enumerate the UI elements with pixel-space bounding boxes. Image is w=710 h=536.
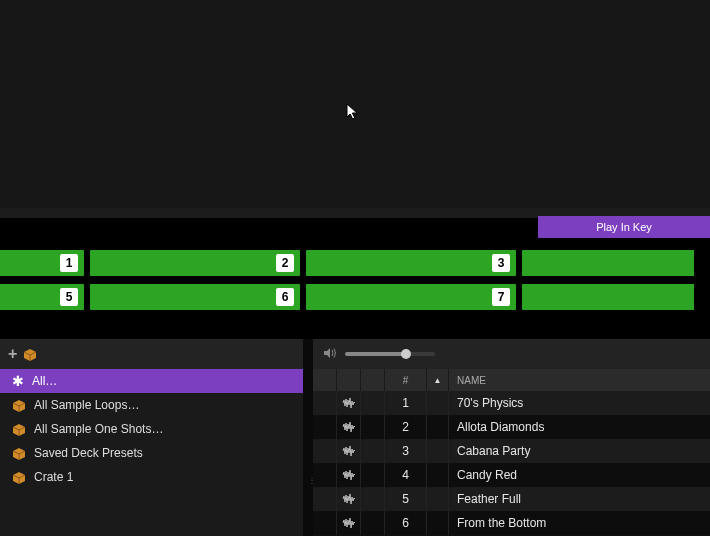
library-item-label: All… xyxy=(32,374,57,388)
sort-indicator-icon[interactable]: ▲ xyxy=(427,369,449,391)
volume-icon[interactable] xyxy=(323,347,337,362)
table-row[interactable]: 4Candy Red xyxy=(313,463,710,487)
waveform-icon xyxy=(337,439,361,463)
library-item[interactable]: All Sample One Shots… xyxy=(0,417,303,441)
row-number: 5 xyxy=(385,487,427,511)
row-name: Allota Diamonds xyxy=(449,420,710,434)
panel-divider[interactable]: ⋮ xyxy=(303,339,313,536)
row-name: 70's Physics xyxy=(449,396,710,410)
waveform-icon xyxy=(337,487,361,511)
sample-pad-5[interactable]: 5 xyxy=(0,284,84,310)
sample-pad-4[interactable] xyxy=(522,250,694,276)
table-row[interactable]: 170's Physics xyxy=(313,391,710,415)
table-row[interactable]: 6From the Bottom xyxy=(313,511,710,535)
column-number[interactable]: # xyxy=(385,369,427,391)
preview-stage xyxy=(0,0,710,208)
crate-icon xyxy=(12,470,26,484)
waveform-icon xyxy=(337,511,361,535)
row-name: Candy Red xyxy=(449,468,710,482)
browser-header xyxy=(313,339,710,369)
waveform-icon xyxy=(337,463,361,487)
row-number: 2 xyxy=(385,415,427,439)
pad-number: 7 xyxy=(492,288,510,306)
sample-pad-7[interactable]: 7 xyxy=(306,284,516,310)
pad-grid: 1 2 3 5 6 7 xyxy=(0,250,710,318)
crate-icon xyxy=(12,398,26,412)
add-crate-button[interactable]: + xyxy=(8,346,17,362)
sample-pad-1[interactable]: 1 xyxy=(0,250,84,276)
library-item[interactable]: ✱All… xyxy=(0,369,303,393)
pad-number: 3 xyxy=(492,254,510,272)
row-number: 4 xyxy=(385,463,427,487)
sample-pad-2[interactable]: 2 xyxy=(90,250,300,276)
library-item-label: Saved Deck Presets xyxy=(34,446,143,460)
row-name: From the Bottom xyxy=(449,516,710,530)
library-item-label: All Sample One Shots… xyxy=(34,422,163,436)
play-in-key-button[interactable]: Play In Key xyxy=(538,216,710,238)
table-row[interactable]: 3Cabana Party xyxy=(313,439,710,463)
library-item-label: Crate 1 xyxy=(34,470,73,484)
sample-pad-8[interactable] xyxy=(522,284,694,310)
waveform-icon xyxy=(337,391,361,415)
waveform-icon xyxy=(337,415,361,439)
sample-browser: # ▲ NAME 170's Physics2Allota Diamonds3C… xyxy=(313,339,710,536)
sample-pad-6[interactable]: 6 xyxy=(90,284,300,310)
library-list: ✱All…All Sample Loops…All Sample One Sho… xyxy=(0,369,303,536)
table-row[interactable]: 5Feather Full xyxy=(313,487,710,511)
library-item[interactable]: Saved Deck Presets xyxy=(0,441,303,465)
library-item[interactable]: Crate 1 xyxy=(0,465,303,489)
row-name: Feather Full xyxy=(449,492,710,506)
row-number: 6 xyxy=(385,511,427,535)
library-panel: + ✱All…All Sample Loops…All Sample One S… xyxy=(0,339,303,536)
crate-icon xyxy=(12,446,26,460)
row-name: Cabana Party xyxy=(449,444,710,458)
star-icon: ✱ xyxy=(12,374,24,388)
row-number: 1 xyxy=(385,391,427,415)
library-item[interactable]: All Sample Loops… xyxy=(0,393,303,417)
pad-number: 5 xyxy=(60,288,78,306)
column-name[interactable]: NAME xyxy=(449,369,710,391)
pad-number: 2 xyxy=(276,254,294,272)
library-header: + xyxy=(0,339,303,369)
table-row[interactable]: 2Allota Diamonds xyxy=(313,415,710,439)
crate-icon xyxy=(23,347,37,361)
row-number: 3 xyxy=(385,439,427,463)
preview-volume-slider[interactable] xyxy=(345,352,435,356)
crate-icon xyxy=(12,422,26,436)
sample-pad-3[interactable]: 3 xyxy=(306,250,516,276)
pad-number: 1 xyxy=(60,254,78,272)
browser-columns: # ▲ NAME xyxy=(313,369,710,391)
library-item-label: All Sample Loops… xyxy=(34,398,139,412)
browser-rows: 170's Physics2Allota Diamonds3Cabana Par… xyxy=(313,391,710,536)
pad-number: 6 xyxy=(276,288,294,306)
drag-handle-icon: ⋮ xyxy=(308,479,314,483)
